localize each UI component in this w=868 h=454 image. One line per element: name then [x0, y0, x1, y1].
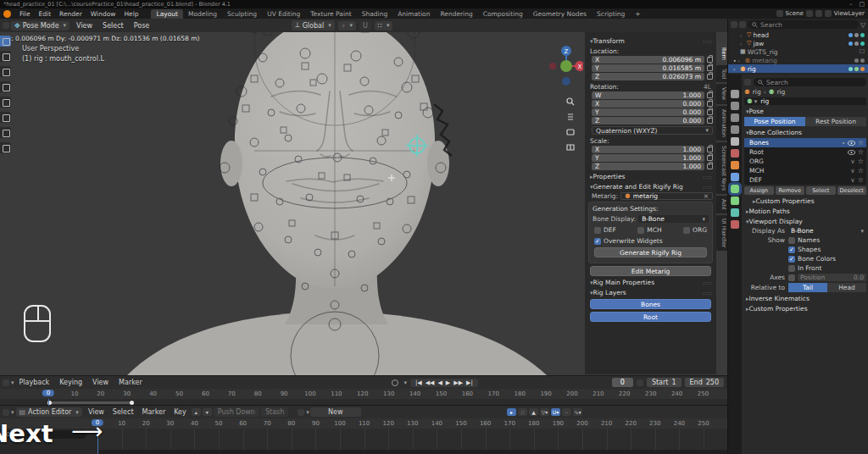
vertex-group-icon[interactable] — [854, 33, 859, 37]
workspace-tab[interactable]: Rendering — [435, 9, 477, 19]
menu-item[interactable]: Edit — [35, 10, 56, 18]
rig-layer-button[interactable]: Root — [590, 312, 711, 322]
pose-icon[interactable] — [849, 67, 853, 71]
bone-collection-row[interactable]: Root ☆ — [744, 147, 866, 157]
custom-properties-panel-title[interactable]: Custom Properties — [749, 305, 808, 313]
viewlayer-icon[interactable] — [825, 10, 832, 17]
fcurve-icon[interactable]: ∿▾ — [573, 408, 582, 416]
lock-icon[interactable] — [707, 147, 713, 152]
rotation-z-field[interactable]: Z0.000 — [592, 117, 704, 125]
expand-icon[interactable]: › — [740, 32, 745, 38]
pivot-dropdown[interactable]: ◦▾ — [338, 21, 356, 30]
star-icon[interactable]: ☆ — [858, 158, 864, 165]
timeline-editor[interactable]: ▾ PlaybackKeyingViewMarker ▾ |◀◀◀◀▶▶▶▶| … — [0, 375, 727, 405]
bone-collection-action-button[interactable]: Select — [806, 186, 836, 195]
bone-type-checkbox[interactable]: ✓MCH — [637, 226, 661, 234]
lock-icon[interactable] — [707, 74, 713, 80]
axes-position-field[interactable]: Position0.0 — [798, 274, 866, 281]
transform-tool[interactable] — [0, 112, 11, 123]
output-tab-icon[interactable] — [731, 114, 739, 122]
timeline-menu-item[interactable]: Keying — [54, 379, 87, 386]
tool-tab-icon[interactable] — [731, 90, 739, 98]
outliner-display-mode-dropdown[interactable] — [739, 21, 746, 28]
workspace-tab[interactable]: Shading — [357, 9, 392, 19]
bone-colors-checkbox[interactable]: ✓Bone Colors — [788, 255, 836, 263]
properties-search-input[interactable]: Search — [754, 78, 866, 86]
sidebar-tab[interactable]: Animation — [716, 106, 727, 141]
metarig-field[interactable]: ⚉ metarig × — [620, 192, 713, 200]
mesh-data-icon[interactable] — [860, 33, 865, 37]
bone-type-checkbox[interactable]: ✓ORG — [683, 226, 707, 234]
orientation-dropdown[interactable]: ⟂ Global▾ — [292, 20, 334, 30]
expand-icon[interactable]: › — [740, 41, 745, 47]
sidebar-tab[interactable]: Screencast Keys — [716, 142, 727, 194]
snap-icon[interactable]: U▾ — [551, 408, 560, 416]
lock-icon[interactable] — [707, 57, 713, 63]
lock-icon[interactable] — [707, 65, 713, 71]
scene-tab-icon[interactable] — [731, 137, 739, 146]
workspace-tab[interactable]: Sculpting — [222, 9, 262, 19]
physics-tab-icon[interactable] — [731, 173, 739, 181]
workspace-tab[interactable]: Compositing — [478, 9, 528, 19]
viewport-menu-item[interactable]: Select — [97, 22, 129, 30]
rig-layer-button[interactable]: Bones — [590, 299, 711, 309]
eye-icon[interactable] — [848, 150, 855, 155]
bone-collection-row[interactable]: Bones • ☆ — [744, 138, 866, 147]
menu-item[interactable]: File — [15, 10, 35, 18]
new-action-button[interactable]: New — [310, 407, 361, 417]
scale-z-field[interactable]: Z1.000 — [592, 163, 704, 170]
transform-panel-title[interactable]: Transform — [593, 37, 625, 45]
workspace-tab[interactable]: Scripting — [592, 9, 630, 19]
dopesheet-menu-item[interactable]: Select — [108, 408, 138, 416]
pose-panel-title[interactable]: Pose — [749, 108, 764, 115]
outliner-row-metarig[interactable]: •› ⚉ metarig — [728, 56, 868, 64]
clear-icon[interactable]: × — [704, 192, 709, 200]
sidebar-tab[interactable]: View — [716, 84, 727, 103]
auto-keyframe-button[interactable] — [392, 379, 398, 386]
push-down-button[interactable]: Push Down — [214, 407, 259, 417]
rotate-tool[interactable] — [0, 81, 11, 92]
rigify-panel-title[interactable]: Generate and Edit Rigify Rig — [593, 183, 683, 191]
lock-icon[interactable] — [707, 109, 713, 115]
rotation-w-field[interactable]: W1.000 — [592, 91, 704, 99]
move-up-icon[interactable]: ▴ — [192, 408, 201, 416]
dopesheet-menu-item[interactable]: View — [84, 408, 108, 416]
mesh-data-icon[interactable] — [860, 42, 865, 46]
timeline-editor-type-icon[interactable] — [3, 379, 9, 386]
cursor-tool[interactable] — [0, 51, 11, 62]
armature-data-icon[interactable] — [860, 58, 865, 63]
workspace-tab[interactable]: Modeling — [183, 9, 222, 19]
pose-icon[interactable] — [854, 58, 859, 63]
armature-data-icon[interactable] — [854, 67, 859, 71]
playback-button[interactable]: ▶ — [446, 379, 450, 386]
outliner-row-head[interactable]: ›▽ head — [728, 30, 868, 39]
timeline-menu-item[interactable]: Playback — [14, 379, 55, 386]
measure-tool[interactable] — [0, 142, 11, 153]
workspace-tab[interactable]: UV Editing — [262, 9, 305, 19]
properties-panel-title[interactable]: Properties — [593, 173, 626, 180]
armature-name-field[interactable]: ⚉▾ rig — [744, 97, 866, 105]
frame-start-field[interactable]: Start1 — [647, 378, 682, 387]
editor-type-icon[interactable] — [3, 22, 9, 29]
dopesheet-menu-item[interactable]: Marker — [138, 408, 170, 416]
bone-display-dropdown[interactable]: B-Bone▾ — [638, 215, 709, 223]
in-front-checkbox[interactable]: ✓In Front — [788, 264, 821, 272]
vertex-group-icon[interactable] — [854, 42, 859, 46]
snap-magnet-icon[interactable]: U — [359, 21, 371, 30]
playback-button[interactable]: ◀◀ — [426, 379, 435, 386]
stash-button[interactable]: Stash — [261, 407, 288, 417]
dope-sheet-editor[interactable]: ▾ ▤ Action Editor▾ ViewSelectMarkerKey ▴… — [0, 405, 727, 454]
bone-constraint-tab-icon[interactable] — [731, 208, 739, 217]
child-objects-icon[interactable] — [860, 67, 865, 71]
star-icon[interactable]: ☆ — [858, 176, 864, 184]
use-preview-range-icon[interactable] — [637, 379, 643, 386]
viewport-menu-item[interactable]: View — [71, 22, 97, 30]
object-data-tab-icon[interactable] — [731, 185, 739, 193]
rig-main-properties-panel-title[interactable]: Rig Main Properties — [593, 279, 655, 286]
bone-collection-action-button[interactable]: Assign — [744, 186, 774, 195]
pose-toggle-option[interactable]: Rest Position — [805, 117, 866, 126]
3d-viewport[interactable]: ✥ Pose Mode▾ ViewSelectPose ⟂ Global▾ ◦▾… — [0, 19, 727, 375]
dope-sheet-ruler[interactable]: 0102030405060708090100110120130140150160… — [0, 418, 727, 429]
star-icon[interactable]: ☆ — [858, 167, 864, 174]
lock-icon[interactable] — [707, 163, 713, 169]
